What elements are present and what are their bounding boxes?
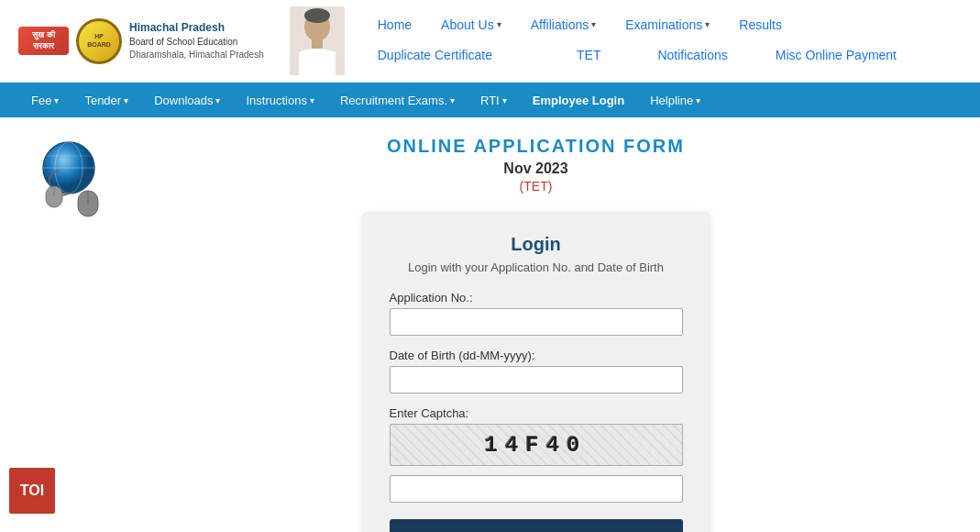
examinations-arrow: ▾ xyxy=(705,19,710,29)
about-us-arrow: ▾ xyxy=(497,19,501,29)
form-type: (TET) xyxy=(520,179,553,194)
nav-examinations[interactable]: Examinations ▾ xyxy=(611,12,724,38)
nav-results[interactable]: Results xyxy=(724,12,797,38)
blue-nav-tender[interactable]: Tender ▾ xyxy=(72,86,141,115)
helpline-arrow: ▾ xyxy=(696,95,700,105)
blue-nav-helpline[interactable]: Helpline ▾ xyxy=(637,86,713,115)
login-title: Login xyxy=(390,234,683,255)
top-nav-container: Home About Us ▾ Affiliations ▾ Examinati… xyxy=(345,7,962,75)
rti-arrow: ▾ xyxy=(502,95,507,105)
blue-nav-instructions[interactable]: Instructions ▾ xyxy=(233,86,326,115)
org-name-block: Himachal Pradesh Board of School Educati… xyxy=(129,20,264,61)
app-no-label: Application No.: xyxy=(390,291,683,305)
org-line3: Dharamshala, Himachal Pradesh xyxy=(129,49,264,61)
logo-area: सुख की सरकार HPBOARD Himachal Pradesh Bo… xyxy=(18,6,345,75)
form-date: Nov 2023 xyxy=(503,161,567,177)
tender-arrow: ▾ xyxy=(124,95,128,105)
recruitment-arrow: ▾ xyxy=(450,95,455,105)
login-subtitle: Login with your Application No. and Date… xyxy=(390,260,683,274)
person-image xyxy=(290,6,345,75)
top-nav-row2: Duplicate Certificate TET Notifications … xyxy=(345,42,962,75)
blue-nav-downloads[interactable]: Downloads ▾ xyxy=(141,86,233,115)
dob-input[interactable] xyxy=(390,366,683,393)
svg-rect-3 xyxy=(312,39,323,49)
captcha-input[interactable] xyxy=(390,475,683,503)
downloads-arrow: ▾ xyxy=(215,95,220,105)
fee-arrow: ▾ xyxy=(54,95,59,105)
blue-nav-rti[interactable]: RTI ▾ xyxy=(468,86,520,115)
org-name: Himachal Pradesh xyxy=(129,20,264,36)
dob-label: Date of Birth (dd-MM-yyyy): xyxy=(390,349,683,362)
nav-notifications[interactable]: Notifications xyxy=(643,42,742,68)
nav-duplicate-certificate[interactable]: Duplicate Certificate xyxy=(363,42,507,68)
main-content: ONLINE APPLICATION FORM Nov 2023 (TET) L… xyxy=(0,117,980,532)
globe-decoration xyxy=(28,136,110,209)
toi-badge[interactable]: TOI xyxy=(9,468,55,514)
govt-logo: सुख की सरकार xyxy=(18,27,69,55)
blue-nav-recruitment[interactable]: Recruitment Exams. ▾ xyxy=(327,86,468,115)
login-button[interactable]: Login xyxy=(390,519,683,532)
blue-nav-fee[interactable]: Fee ▾ xyxy=(18,86,72,115)
top-nav-row1: Home About Us ▾ Affiliations ▾ Examinati… xyxy=(345,7,962,42)
instructions-arrow: ▾ xyxy=(310,95,314,105)
affiliations-arrow: ▾ xyxy=(591,19,596,29)
nav-misc-payment[interactable]: Misc Online Payment xyxy=(761,42,911,68)
blue-nav-employee-login[interactable]: Employee Login xyxy=(520,86,637,115)
captcha-label: Enter Captcha: xyxy=(390,406,683,420)
app-no-input[interactable] xyxy=(390,308,683,336)
nav-about-us[interactable]: About Us ▾ xyxy=(426,12,516,38)
nav-home[interactable]: Home xyxy=(363,12,426,38)
org-line2: Board of School Education xyxy=(129,36,264,49)
form-title: ONLINE APPLICATION FORM xyxy=(387,136,685,157)
login-box: Login Login with your Application No. an… xyxy=(362,212,710,532)
right-side xyxy=(934,127,980,532)
captcha-image: 14F40 xyxy=(390,424,683,466)
svg-point-2 xyxy=(304,8,330,23)
blue-nav-bar: Fee ▾ Tender ▾ Downloads ▾ Instructions … xyxy=(0,83,980,117)
nav-tet[interactable]: TET xyxy=(562,42,615,68)
center-content: ONLINE APPLICATION FORM Nov 2023 (TET) L… xyxy=(138,127,934,532)
page-header: सुख की सरकार HPBOARD Himachal Pradesh Bo… xyxy=(0,0,980,83)
nav-affiliations[interactable]: Affiliations ▾ xyxy=(516,12,611,38)
hp-board-logo: HPBOARD xyxy=(76,18,122,64)
